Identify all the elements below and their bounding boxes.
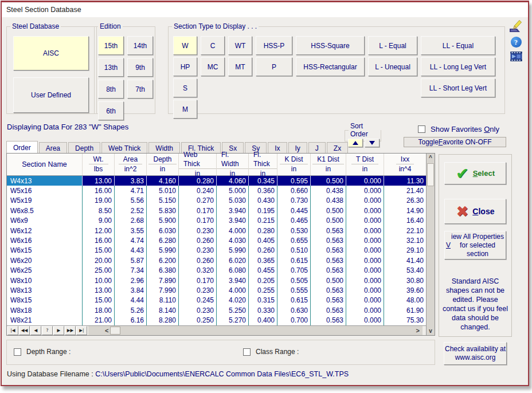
view-all-properties-button[interactable]: View All Properties for selected section <box>444 231 506 260</box>
section-type-button-hss-rectangular[interactable]: HSS-Rectangular <box>296 57 365 76</box>
section-type-button-mc[interactable]: MC <box>201 57 225 76</box>
edition-button-13th[interactable]: 13th <box>98 58 124 77</box>
value-cell: 5.030 <box>217 196 249 206</box>
section-type-button-c[interactable]: C <box>201 36 225 55</box>
tab-web-thick[interactable]: Web Thick <box>101 142 147 153</box>
value-cell: 0.465 <box>277 216 311 226</box>
table-row-w8x18[interactable]: W8x1818.005.268.1400.2305.2500.3300.6300… <box>7 305 426 315</box>
tab-iy[interactable]: Iy <box>288 142 307 153</box>
film-strip-icon[interactable] <box>510 51 522 62</box>
section-type-button-wt[interactable]: WT <box>228 36 252 55</box>
scroll-right-icon[interactable]: > <box>414 326 421 335</box>
vertical-scrollbar[interactable]: ^ v <box>426 154 435 335</box>
aisc-database-button[interactable]: AISC <box>13 36 89 70</box>
edition-button-15th[interactable]: 15th <box>98 36 124 55</box>
section-name-cell: W6x15 <box>7 246 83 256</box>
section-type-button-hss-square[interactable]: HSS-Square <box>296 36 365 55</box>
user-defined-database-button[interactable]: User Defined <box>13 77 89 113</box>
previous-record-button[interactable]: ◀ <box>30 326 41 335</box>
section-name-cell: W8x18 <box>7 305 83 315</box>
table-row-w6x9[interactable]: W6x99.002.685.9000.1703.9400.2150.4650.5… <box>7 216 426 226</box>
value-cell: 8.110 <box>147 296 179 305</box>
section-type-button-ll-equal[interactable]: LL - Equal <box>421 36 495 55</box>
rewind-button[interactable]: ◀◀ <box>19 326 30 335</box>
section-type-button-mt[interactable]: MT <box>228 57 252 76</box>
column-unit: lbs <box>94 164 103 174</box>
value-cell: 0.260 <box>179 235 217 245</box>
edit-pencil-icon[interactable] <box>509 20 523 33</box>
table-row-w6x12[interactable]: W6x1212.003.556.0300.2304.0000.2800.5300… <box>7 226 426 235</box>
tab-depth[interactable]: Depth <box>68 142 100 153</box>
forward-button[interactable]: ▶▶ <box>65 326 76 335</box>
edition-button-8th[interactable]: 8th <box>98 80 124 99</box>
value-cell: 0.445 <box>277 206 311 215</box>
toggle-favorite-button[interactable]: Toggle Favorite ON-OFF <box>404 137 506 147</box>
help-icon[interactable]: ? <box>511 37 522 48</box>
value-cell: 4.44 <box>115 296 147 305</box>
section-type-button-hss-p[interactable]: HSS-P <box>256 36 292 55</box>
horizontal-scrollbar[interactable]: < > <box>88 326 423 335</box>
value-cell: 0.563 <box>311 235 346 245</box>
edition-button-6th[interactable]: 6th <box>98 101 124 120</box>
next-record-button[interactable]: ▶ <box>53 326 64 335</box>
table-row-w5x16[interactable]: W5x1616.004.715.0100.2405.0000.3600.6600… <box>7 186 426 195</box>
tab-j[interactable]: J <box>308 142 326 153</box>
filename-prefix: Using Database Filename : <box>7 370 95 378</box>
show-favorites-checkbox[interactable]: Show Favorites Only <box>418 125 499 133</box>
class-range-checkbox[interactable]: Class Range : <box>243 348 299 356</box>
section-type-button-hp[interactable]: HP <box>173 57 197 76</box>
section-type-button-ll-short-leg-vert[interactable]: LL - Short Leg Vert <box>421 78 495 97</box>
section-type-button-ll-long-leg-vert[interactable]: LL - Long Leg Vert <box>421 57 495 76</box>
edition-button-7th[interactable]: 7th <box>127 80 153 99</box>
table-row-w4x13[interactable]: W4x1313.003.834.1600.2804.0600.3450.5950… <box>7 176 426 186</box>
table-row-w6x25[interactable]: W6x2525.007.346.3800.3206.0800.4550.7050… <box>7 266 426 276</box>
sort-descending-button[interactable] <box>365 139 380 147</box>
column-header-t-dist: T Distin <box>346 154 384 175</box>
table-row-w8x21[interactable]: W8x2121.006.168.2800.2505.2700.4000.7000… <box>7 315 426 325</box>
last-record-button[interactable]: ▶| <box>76 326 87 335</box>
value-cell: 0.563 <box>311 296 346 305</box>
locate-record-button[interactable]: ? <box>42 326 53 335</box>
column-title: T Dist <box>351 155 378 164</box>
section-type-button-p[interactable]: P <box>256 57 292 76</box>
section-type-button-l-equal[interactable]: L - Equal <box>368 36 417 55</box>
depth-range-checkbox[interactable]: Depth Range : <box>14 348 71 356</box>
check-availability-button[interactable]: Check availability at www.aisc.org <box>444 342 507 365</box>
tab-area[interactable]: Area <box>39 142 67 153</box>
value-cell: 12.00 <box>83 226 115 235</box>
first-record-button[interactable]: |◀ <box>7 326 18 335</box>
scroll-up-icon[interactable]: ^ <box>429 154 432 162</box>
select-button[interactable]: ✔ Select <box>444 162 506 184</box>
close-x-icon: ✖ <box>456 206 469 217</box>
section-type-button-w[interactable]: W <box>173 36 197 55</box>
sort-ascending-button[interactable] <box>348 139 363 147</box>
value-cell: 5.250 <box>217 305 249 315</box>
value-cell: 0.000 <box>346 315 384 325</box>
vertical-scrollbar-thumb[interactable] <box>427 163 434 186</box>
horizontal-scrollbar-thumb[interactable] <box>110 327 120 335</box>
value-cell: 61.90 <box>384 305 427 315</box>
table-row-w6x20[interactable]: W6x2020.005.876.2000.2606.0200.3650.6150… <box>7 256 426 265</box>
table-row-w8x13[interactable]: W8x1313.003.847.9900.2304.0000.2550.5550… <box>7 285 426 295</box>
tab-zx[interactable]: Zx <box>327 142 348 153</box>
tab-width[interactable]: Width <box>148 142 180 153</box>
edition-button-9th[interactable]: 9th <box>127 58 153 77</box>
table-row-w6x8-5[interactable]: W6x8.58.502.525.8300.1703.9400.1950.4450… <box>7 206 426 215</box>
value-cell: 6.020 <box>217 256 249 265</box>
edition-button-14th[interactable]: 14th <box>127 36 153 55</box>
table-row-w8x10[interactable]: W8x1010.002.967.8900.1703.9400.2050.5050… <box>7 276 426 285</box>
table-row-w8x15[interactable]: W8x1515.004.448.1100.2454.0200.3150.6150… <box>7 296 426 305</box>
scroll-down-icon[interactable]: v <box>429 327 432 335</box>
table-row-w6x16[interactable]: W6x1616.004.746.2800.2604.0300.4050.6550… <box>7 235 426 245</box>
close-button[interactable]: ✖ Close <box>444 199 506 224</box>
section-type-button-l-unequal[interactable]: L - Unequal <box>368 57 417 76</box>
section-type-button-s[interactable]: S <box>173 78 197 97</box>
sort-tabs: OrderAreaDepthWeb ThickWidthFl. ThickSxS… <box>6 141 349 153</box>
tab-order[interactable]: Order <box>6 141 38 153</box>
column-unit: in <box>362 164 367 174</box>
scroll-left-icon[interactable]: < <box>103 326 110 335</box>
select-button-label: Select <box>473 169 495 178</box>
table-row-w6x15[interactable]: W6x1515.004.435.9900.2305.9900.2600.5100… <box>7 246 426 256</box>
table-row-w5x19[interactable]: W5x1919.005.565.1500.2705.0300.4300.7300… <box>7 196 426 206</box>
section-type-button-m[interactable]: M <box>173 100 197 119</box>
